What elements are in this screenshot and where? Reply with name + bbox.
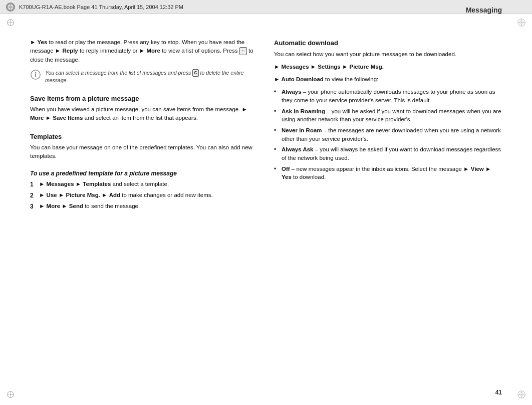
step-1-text: ► Messages ► Templates and select a temp…	[39, 180, 169, 189]
yes-label: Yes	[38, 39, 48, 45]
save-section-heading: Save items from a picture message	[30, 94, 258, 104]
reply-label: Reply	[62, 48, 78, 54]
header-text: K700UG-R1A-AE.book Page 41 Thursday, Apr…	[19, 4, 183, 10]
reply-text: to reply immediately or	[80, 48, 138, 54]
bullet-always: • Always – your phone automatically down…	[274, 88, 502, 104]
note-text: You can select a message from the list o…	[45, 69, 258, 85]
bullet-dot-4: •	[274, 145, 279, 162]
bullet-always-ask: • Always Ask – you will always be asked …	[274, 145, 502, 162]
always-label: Always	[282, 89, 302, 95]
page-number: 41	[495, 389, 502, 396]
auto-step2-autodownload: Auto Download	[282, 76, 324, 82]
step3-send: Send	[69, 203, 83, 209]
bullet-dot-1: •	[274, 88, 279, 104]
step-3-text: ► More ► Send to send the message.	[39, 202, 140, 211]
bullet-dot-5: •	[274, 165, 279, 181]
step-1-num: 1	[30, 180, 37, 189]
bullet-ask-roaming: • Ask in Roaming – you will be asked if …	[274, 107, 502, 124]
list-item-2: 2 ► Use ► Picture Msg. ► Add to make cha…	[30, 191, 258, 200]
bullet-always-text: Always – your phone automatically downlo…	[282, 88, 502, 104]
bullet-list: • Always – your phone automatically down…	[274, 88, 502, 181]
auto-step1-picturemsg: Picture Msg.	[350, 64, 384, 70]
columns: ► Yes to read or play the message. Press…	[30, 38, 502, 395]
list-item-3: 3 ► More ► Send to send the message.	[30, 202, 258, 211]
step-3-num: 3	[30, 202, 37, 211]
bullet-never-roam: • Never in Roam – the messages are never…	[274, 126, 502, 143]
step2-picturemsg: Picture Msg.	[66, 192, 100, 198]
header-bar: K700UG-R1A-AE.book Page 41 Thursday, Apr…	[0, 0, 532, 14]
bullet-off-text: Off – new messages appear in the inbox a…	[282, 165, 502, 181]
delete-key-icon: C	[192, 69, 199, 77]
note-box: You can select a message from the list o…	[30, 69, 258, 85]
intro-paragraph: ► Yes to read or play the message. Press…	[30, 38, 258, 64]
left-column: ► Yes to read or play the message. Press…	[30, 38, 258, 395]
more-text: to view a list of options. Press	[162, 48, 237, 54]
more-label-1: More	[146, 48, 160, 54]
note-icon	[30, 69, 41, 80]
save-more-label: More	[30, 115, 44, 121]
bullet-never-roam-text: Never in Roam – the messages are never d…	[282, 126, 502, 143]
svg-point-19	[35, 72, 37, 74]
ask-roaming-label: Ask in Roaming	[282, 108, 325, 114]
auto-step1: ► Messages ► Settings ► Picture Msg.	[274, 63, 502, 71]
auto-download-heading: Automatic download	[274, 38, 502, 48]
section-heading-messaging: Messaging	[466, 6, 502, 14]
predefined-heading: To use a predefined template for a pictu…	[30, 169, 258, 178]
auto-step1-messages: Messages	[282, 64, 309, 70]
step1-messages: Messages	[47, 181, 74, 187]
save-items-label: Save Items	[53, 115, 83, 121]
step2-use: Use	[47, 192, 57, 198]
list-item-1: 1 ► Messages ► Templates and select a te…	[30, 180, 258, 189]
auto-step2: ► Auto Download to view the following:	[274, 75, 502, 84]
right-column: Automatic download You can select how yo…	[274, 38, 502, 395]
never-roam-label: Never in Roam	[282, 127, 322, 133]
step1-templates: Templates	[83, 181, 111, 187]
auto-step1-settings: Settings	[318, 64, 340, 70]
save-section-body: When you have viewed a picture message, …	[30, 105, 258, 123]
always-ask-label: Always Ask	[282, 146, 314, 152]
auto-download-intro: You can select how you want your picture…	[274, 50, 502, 59]
book-icon	[6, 3, 15, 12]
off-view-label: View	[471, 166, 484, 172]
step3-more: More	[47, 203, 60, 209]
bullet-always-ask-text: Always Ask – you will always be asked if…	[282, 145, 502, 162]
bullet-off: • Off – new messages appear in the inbox…	[274, 165, 502, 181]
bullet-dot-2: •	[274, 107, 279, 124]
templates-heading: Templates	[30, 132, 258, 142]
step-2-num: 2	[30, 191, 37, 200]
page: K700UG-R1A-AE.book Page 41 Thursday, Apr…	[0, 0, 532, 405]
close-key-icon: ←	[239, 47, 247, 55]
step-2-text: ► Use ► Picture Msg. ► Add to make chang…	[39, 191, 213, 200]
content-area: ► Yes to read or play the message. Press…	[0, 14, 532, 405]
step2-add: Add	[109, 192, 120, 198]
off-yes-label: Yes	[282, 174, 292, 180]
off-label: Off	[282, 166, 290, 172]
bullet-ask-roaming-text: Ask in Roaming – you will be asked if yo…	[282, 107, 502, 124]
templates-body: You can base your message on one of the …	[30, 143, 258, 161]
numbered-list: 1 ► Messages ► Templates and select a te…	[30, 180, 258, 211]
bullet-dot-3: •	[274, 126, 279, 143]
